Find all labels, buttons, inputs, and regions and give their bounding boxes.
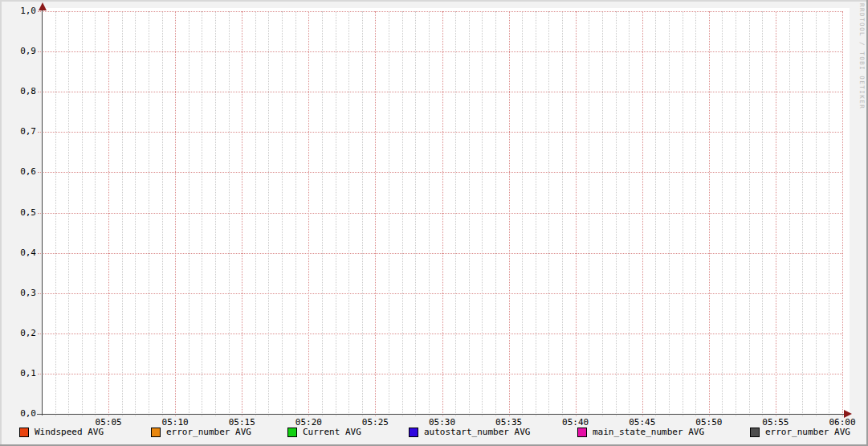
grid-line-minor-vertical: [589, 11, 589, 416]
grid-line-major-horizontal: [38, 253, 842, 254]
legend-label: error_number AVG: [166, 427, 251, 438]
grid-line-minor-vertical: [816, 11, 817, 416]
legend-label: error_number AVG: [765, 427, 850, 438]
y-axis-tick-label: 0,5: [0, 207, 36, 218]
grid-line-minor-vertical: [268, 11, 269, 416]
y-axis-line: [42, 6, 43, 415]
grid-line-minor-vertical: [282, 11, 283, 416]
legend-label: main_state_number AVG: [593, 427, 704, 438]
grid-line-minor-vertical: [722, 11, 723, 416]
grid-line-minor-vertical: [122, 11, 123, 416]
grid-line-major-vertical: [509, 11, 510, 416]
y-axis-tick-label: 0,9: [0, 46, 36, 56]
grid-line-major-horizontal: [38, 293, 842, 294]
legend-label: Windspeed AVG: [35, 427, 104, 438]
grid-line-minor-vertical: [629, 11, 630, 416]
legend-swatch: [151, 428, 161, 437]
legend-label: autostart_number AVG: [424, 427, 530, 438]
grid-line-minor-vertical: [149, 11, 149, 416]
grid-line-major-horizontal: [38, 92, 842, 92]
legend-swatch: [577, 428, 587, 437]
grid-line-minor-vertical: [602, 11, 603, 416]
legend-item: Windspeed AVG: [19, 427, 104, 438]
grid-line-major-horizontal: [38, 374, 842, 374]
legend-item: error_number AVG: [750, 427, 850, 438]
grid-line-minor-vertical: [829, 11, 829, 416]
grid-line-major-vertical: [375, 11, 376, 416]
y-axis-tick-label: 0,2: [0, 328, 36, 338]
grid-line-minor-vertical: [669, 11, 670, 416]
grid-line-minor-vertical: [295, 11, 296, 416]
rrdtool-graph: { "watermark": "RRDTOOL / TOBI OETIKER",…: [0, 0, 868, 446]
grid-line-major-horizontal: [38, 132, 842, 133]
grid-line-minor-vertical: [55, 11, 56, 416]
grid-line-major-vertical: [175, 11, 176, 416]
grid-line-major-vertical: [709, 11, 710, 416]
grid-line-minor-vertical: [402, 11, 403, 416]
legend-swatch: [19, 428, 29, 437]
grid-line-minor-vertical: [135, 11, 136, 416]
grid-line-minor-vertical: [789, 11, 790, 416]
grid-line-major-vertical: [776, 11, 776, 416]
legend-item: autostart_number AVG: [409, 427, 530, 438]
grid-line-minor-vertical: [202, 11, 202, 416]
legend-item: main_state_number AVG: [577, 427, 704, 438]
y-axis-tick-label: 0,3: [0, 288, 36, 298]
grid-line-minor-vertical: [389, 11, 389, 416]
x-axis-line: [37, 414, 844, 415]
legend-item: error_number AVG: [151, 427, 251, 438]
y-axis-tick-label: 0,1: [0, 368, 36, 378]
grid-line-minor-vertical: [68, 11, 69, 416]
legend-item: Current AVG: [287, 427, 361, 438]
x-axis-arrow-icon: [844, 410, 852, 418]
y-axis-arrow-icon: [39, 2, 47, 10]
grid-line-minor-vertical: [336, 11, 336, 416]
grid-line-minor-vertical: [749, 11, 750, 416]
plot-canvas: [42, 8, 850, 415]
grid-line-minor-vertical: [495, 11, 496, 416]
grid-line-major-horizontal: [38, 172, 842, 173]
grid-line-minor-vertical: [255, 11, 256, 416]
legend-swatch: [409, 428, 418, 437]
y-axis-tick-label: 0,8: [0, 86, 36, 96]
grid-line-minor-vertical: [736, 11, 736, 416]
y-axis-tick-label: 0,6: [0, 166, 36, 177]
grid-line-minor-vertical: [82, 11, 83, 416]
grid-line-minor-vertical: [429, 11, 430, 416]
grid-line-major-horizontal: [38, 51, 842, 52]
grid-line-minor-vertical: [536, 11, 536, 416]
border-bevel-left: [0, 0, 2, 446]
grid-line-major-vertical: [642, 11, 643, 416]
grid-line-minor-vertical: [522, 11, 523, 416]
grid-line-major-vertical: [308, 11, 309, 416]
grid-line-minor-vertical: [415, 11, 416, 416]
grid-line-major-vertical: [108, 11, 109, 416]
rrdtool-watermark: RRDTOOL / TOBI OETIKER: [858, 3, 866, 109]
grid-line-major-vertical: [576, 11, 577, 416]
grid-line-minor-vertical: [95, 11, 96, 416]
grid-line-major-vertical: [842, 11, 843, 416]
y-axis-tick-label: 1,0: [0, 6, 36, 16]
grid-line-minor-vertical: [469, 11, 470, 416]
legend-label: Current AVG: [303, 427, 361, 438]
grid-line-minor-vertical: [616, 11, 617, 416]
grid-line-minor-vertical: [455, 11, 456, 416]
y-axis-tick-label: 0,7: [0, 126, 36, 137]
border-bevel-top: [0, 0, 868, 2]
grid-line-major-vertical: [242, 11, 242, 416]
grid-line-minor-vertical: [362, 11, 363, 416]
grid-line-minor-vertical: [762, 11, 763, 416]
y-axis-tick-label: 0,0: [0, 408, 36, 419]
grid-line-minor-vertical: [189, 11, 189, 416]
grid-line-minor-vertical: [348, 11, 349, 416]
legend-swatch: [750, 428, 760, 437]
grid-line-minor-vertical: [683, 11, 683, 416]
grid-line-major-horizontal: [38, 213, 842, 214]
grid-line-minor-vertical: [695, 11, 696, 416]
grid-line-minor-vertical: [482, 11, 483, 416]
y-axis-tick-label: 0,4: [0, 248, 36, 258]
grid-line-minor-vertical: [322, 11, 323, 416]
grid-line-major-horizontal: [38, 333, 842, 334]
legend-swatch: [287, 428, 297, 437]
grid-line-minor-vertical: [162, 11, 163, 416]
